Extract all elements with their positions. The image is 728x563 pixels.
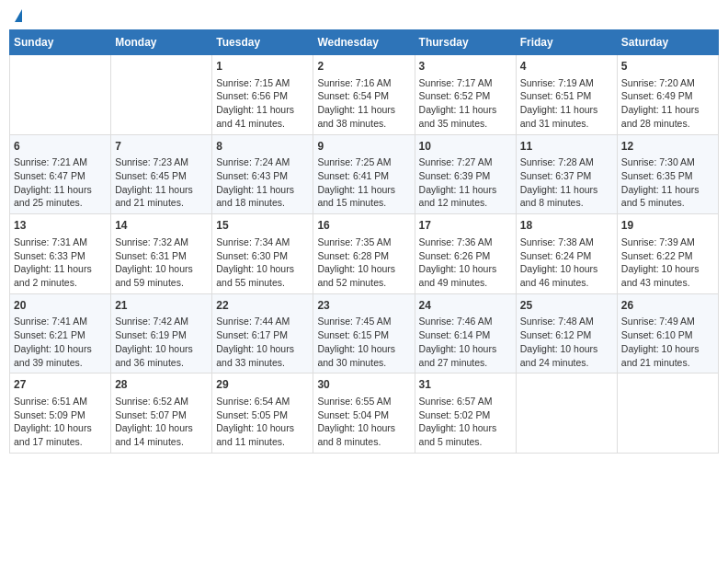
day-info: Sunrise: 7:38 AM xyxy=(520,236,613,249)
day-info: Sunrise: 7:48 AM xyxy=(520,315,613,328)
calendar-cell xyxy=(111,55,212,135)
day-info: Sunset: 6:31 PM xyxy=(115,249,208,263)
calendar-cell: 18Sunrise: 7:38 AMSunset: 6:24 PMDayligh… xyxy=(516,214,617,294)
calendar-cell: 26Sunrise: 7:49 AMSunset: 6:10 PMDayligh… xyxy=(617,293,718,373)
day-info: Sunrise: 7:27 AM xyxy=(419,155,512,169)
calendar-cell: 23Sunrise: 7:45 AMSunset: 6:15 PMDayligh… xyxy=(313,293,415,373)
day-number: 27 xyxy=(14,377,107,393)
day-info: Sunrise: 7:44 AM xyxy=(216,315,309,328)
day-info: Sunrise: 7:28 AM xyxy=(520,155,613,169)
day-info: Sunrise: 7:21 AM xyxy=(14,155,107,169)
day-info: Sunrise: 7:24 AM xyxy=(216,155,309,169)
day-number: 18 xyxy=(520,218,613,234)
page-header xyxy=(9,9,719,22)
calendar-cell: 21Sunrise: 7:42 AMSunset: 6:19 PMDayligh… xyxy=(111,293,212,373)
day-info: Daylight: 10 hours and 21 minutes. xyxy=(621,342,714,369)
day-number: 5 xyxy=(621,59,714,75)
day-number: 28 xyxy=(115,377,208,393)
day-info: Sunset: 5:07 PM xyxy=(115,408,208,422)
day-info: Sunset: 5:09 PM xyxy=(14,408,107,422)
weekday-header-friday: Friday xyxy=(516,30,617,55)
day-info: Daylight: 10 hours and 14 minutes. xyxy=(115,421,208,448)
logo xyxy=(13,9,22,22)
day-info: Daylight: 11 hours and 31 minutes. xyxy=(520,103,613,130)
day-info: Daylight: 11 hours and 28 minutes. xyxy=(621,103,714,130)
calendar-cell: 24Sunrise: 7:46 AMSunset: 6:14 PMDayligh… xyxy=(415,293,516,373)
day-info: Daylight: 10 hours and 24 minutes. xyxy=(520,342,613,369)
day-info: Daylight: 11 hours and 5 minutes. xyxy=(621,183,714,210)
calendar-cell: 20Sunrise: 7:41 AMSunset: 6:21 PMDayligh… xyxy=(10,293,111,373)
day-info: Daylight: 11 hours and 15 minutes. xyxy=(317,183,410,210)
day-number: 26 xyxy=(621,298,714,314)
day-number: 4 xyxy=(520,59,613,75)
day-info: Daylight: 11 hours and 21 minutes. xyxy=(115,183,208,210)
day-info: Sunset: 6:15 PM xyxy=(317,328,410,342)
day-info: Sunrise: 7:49 AM xyxy=(621,315,714,328)
day-info: Daylight: 10 hours and 55 minutes. xyxy=(216,262,309,289)
calendar-cell: 17Sunrise: 7:36 AMSunset: 6:26 PMDayligh… xyxy=(415,214,516,294)
day-number: 16 xyxy=(317,218,410,234)
day-info: Daylight: 11 hours and 38 minutes. xyxy=(317,103,410,130)
day-number: 8 xyxy=(216,139,309,155)
day-info: Daylight: 10 hours and 49 minutes. xyxy=(419,262,512,289)
calendar-cell: 2Sunrise: 7:16 AMSunset: 6:54 PMDaylight… xyxy=(313,55,415,135)
day-number: 15 xyxy=(216,218,309,234)
day-number: 10 xyxy=(419,139,512,155)
day-info: Sunrise: 7:20 AM xyxy=(621,76,714,90)
day-info: Sunrise: 7:42 AM xyxy=(115,315,208,328)
day-info: Sunset: 6:12 PM xyxy=(520,328,613,342)
day-info: Sunrise: 7:16 AM xyxy=(317,76,410,90)
day-info: Daylight: 10 hours and 59 minutes. xyxy=(115,262,208,289)
day-number: 31 xyxy=(419,377,512,393)
calendar-cell: 27Sunrise: 6:51 AMSunset: 5:09 PMDayligh… xyxy=(10,373,111,454)
day-info: Daylight: 11 hours and 8 minutes. xyxy=(520,183,613,210)
calendar-cell xyxy=(617,373,718,454)
day-info: Sunset: 6:47 PM xyxy=(14,169,107,183)
day-info: Sunrise: 7:19 AM xyxy=(520,76,613,90)
day-info: Sunrise: 7:30 AM xyxy=(621,155,714,169)
day-info: Sunset: 6:45 PM xyxy=(115,169,208,183)
day-number: 23 xyxy=(317,298,410,314)
day-info: Daylight: 11 hours and 18 minutes. xyxy=(216,183,309,210)
day-info: Daylight: 11 hours and 12 minutes. xyxy=(419,183,512,210)
day-number: 2 xyxy=(317,59,410,75)
day-info: Sunset: 5:05 PM xyxy=(216,408,309,422)
calendar-cell: 7Sunrise: 7:23 AMSunset: 6:45 PMDaylight… xyxy=(111,134,212,214)
day-info: Sunrise: 7:17 AM xyxy=(419,76,512,90)
calendar-cell: 13Sunrise: 7:31 AMSunset: 6:33 PMDayligh… xyxy=(10,214,111,294)
day-number: 20 xyxy=(14,298,107,314)
day-number: 14 xyxy=(115,218,208,234)
day-number: 17 xyxy=(419,218,512,234)
day-number: 13 xyxy=(14,218,107,234)
day-number: 25 xyxy=(520,298,613,314)
logo-icon xyxy=(15,9,22,22)
calendar-cell: 6Sunrise: 7:21 AMSunset: 6:47 PMDaylight… xyxy=(10,134,111,214)
day-info: Sunrise: 7:15 AM xyxy=(216,76,309,90)
day-number: 1 xyxy=(216,59,309,75)
day-info: Sunset: 5:04 PM xyxy=(317,408,410,422)
calendar-cell: 22Sunrise: 7:44 AMSunset: 6:17 PMDayligh… xyxy=(212,293,313,373)
day-number: 11 xyxy=(520,139,613,155)
calendar-cell: 12Sunrise: 7:30 AMSunset: 6:35 PMDayligh… xyxy=(617,134,718,214)
day-info: Daylight: 11 hours and 2 minutes. xyxy=(14,262,107,289)
day-info: Sunrise: 7:25 AM xyxy=(317,155,410,169)
day-info: Daylight: 10 hours and 11 minutes. xyxy=(216,421,309,448)
day-info: Sunset: 6:17 PM xyxy=(216,328,309,342)
day-info: Sunset: 6:52 PM xyxy=(419,89,512,103)
calendar-cell: 31Sunrise: 6:57 AMSunset: 5:02 PMDayligh… xyxy=(415,373,516,454)
calendar-cell: 14Sunrise: 7:32 AMSunset: 6:31 PMDayligh… xyxy=(111,214,212,294)
day-info: Sunset: 6:10 PM xyxy=(621,328,714,342)
day-info: Sunrise: 7:31 AM xyxy=(14,236,107,249)
calendar-cell: 29Sunrise: 6:54 AMSunset: 5:05 PMDayligh… xyxy=(212,373,313,454)
day-info: Sunrise: 6:55 AM xyxy=(317,395,410,408)
calendar-cell: 4Sunrise: 7:19 AMSunset: 6:51 PMDaylight… xyxy=(516,55,617,135)
day-info: Sunset: 6:49 PM xyxy=(621,89,714,103)
day-info: Daylight: 10 hours and 46 minutes. xyxy=(520,262,613,289)
day-info: Sunset: 5:02 PM xyxy=(419,408,512,422)
day-info: Sunrise: 6:57 AM xyxy=(419,395,512,408)
day-info: Sunset: 6:43 PM xyxy=(216,169,309,183)
calendar-cell: 19Sunrise: 7:39 AMSunset: 6:22 PMDayligh… xyxy=(617,214,718,294)
day-info: Sunrise: 6:54 AM xyxy=(216,395,309,408)
day-info: Sunset: 6:28 PM xyxy=(317,249,410,263)
calendar-cell: 25Sunrise: 7:48 AMSunset: 6:12 PMDayligh… xyxy=(516,293,617,373)
